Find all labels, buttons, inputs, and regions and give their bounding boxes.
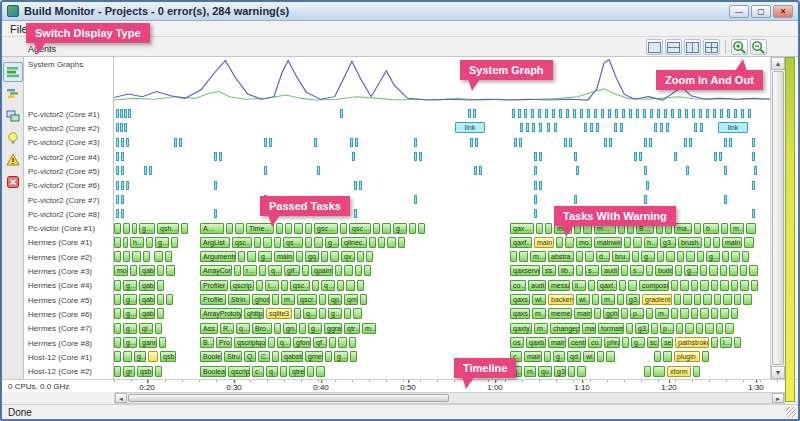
passed-task-bar[interactable]	[751, 280, 758, 291]
task-tick[interactable]	[559, 109, 562, 118]
passed-task-bar[interactable]	[305, 237, 312, 248]
passed-task-bar[interactable]	[157, 308, 164, 319]
passed-task-bar[interactable]: qscriptqo…	[234, 337, 266, 348]
task-tick[interactable]	[126, 138, 129, 147]
passed-task-bar[interactable]: g…	[328, 308, 342, 319]
link-task-bar[interactable]: link	[718, 122, 748, 133]
passed-task-bar[interactable]: Arguments	[200, 251, 236, 262]
task-tick[interactable]	[116, 152, 119, 161]
task-tick[interactable]	[580, 109, 583, 118]
task-tick[interactable]	[654, 123, 657, 132]
passed-task-bar[interactable]: wi…	[583, 351, 595, 362]
passed-task-bar[interactable]: gif…	[284, 265, 300, 276]
passed-task-bar[interactable]	[617, 294, 624, 305]
passed-task-bar[interactable]	[657, 251, 664, 262]
passed-task-bar[interactable]	[675, 265, 682, 276]
task-tick[interactable]	[609, 138, 612, 147]
task-tick[interactable]	[734, 109, 737, 118]
passed-task-bar[interactable]	[734, 294, 741, 305]
passed-task-bar[interactable]	[114, 251, 121, 262]
passed-task-bar[interactable]: qaxs…	[510, 294, 530, 305]
passed-task-bar[interactable]	[731, 280, 738, 291]
passed-task-bar[interactable]	[335, 265, 342, 276]
passed-task-bar[interactable]: gfont…	[293, 337, 311, 348]
task-tick[interactable]	[620, 123, 623, 132]
passed-task-bar[interactable]	[272, 294, 279, 305]
task-tick[interactable]	[719, 152, 722, 161]
task-tick[interactable]	[552, 109, 555, 118]
task-tick[interactable]	[566, 109, 569, 118]
passed-task-bar[interactable]: changepr…	[550, 323, 580, 334]
gantt-view-icon[interactable]	[3, 84, 23, 104]
passed-task-bar[interactable]: qv…	[341, 251, 355, 262]
passed-task-bar[interactable]	[720, 308, 729, 319]
passed-task-bar[interactable]: qscr…	[297, 294, 317, 305]
passed-task-bar[interactable]: g…	[123, 337, 137, 348]
passed-task-bar[interactable]	[114, 280, 121, 291]
task-tick[interactable]	[539, 152, 542, 161]
passed-task-bar[interactable]	[123, 351, 132, 362]
task-tick[interactable]	[554, 123, 557, 132]
task-tick[interactable]	[752, 209, 755, 218]
passed-task-bar[interactable]	[387, 237, 396, 248]
passed-task-bar[interactable]: m…	[655, 308, 669, 319]
task-tick[interactable]	[350, 138, 353, 147]
task-tick[interactable]	[149, 166, 152, 175]
task-tick[interactable]	[660, 123, 663, 132]
task-tick[interactable]	[622, 109, 625, 118]
task-tick[interactable]	[317, 166, 320, 175]
task-tick[interactable]	[531, 109, 534, 118]
passed-task-bar[interactable]	[114, 337, 121, 348]
passed-task-bar[interactable]	[622, 337, 629, 348]
task-tick[interactable]	[686, 166, 689, 175]
passed-task-bar[interactable]	[676, 323, 683, 334]
passed-task-bar[interactable]	[366, 251, 373, 262]
passed-task-bar[interactable]: l…	[720, 337, 732, 348]
task-tick[interactable]	[752, 138, 755, 147]
passed-task-bar[interactable]: q…	[236, 323, 250, 334]
passed-task-bar[interactable]	[626, 323, 633, 334]
single-pane-layout-icon[interactable]	[646, 39, 663, 55]
passed-task-bar[interactable]: qsb…	[137, 366, 153, 377]
passed-task-bar[interactable]: C…	[258, 351, 270, 362]
passed-task-bar[interactable]	[576, 251, 583, 262]
passed-task-bar[interactable]	[700, 308, 709, 319]
passed-task-bar[interactable]	[114, 308, 121, 319]
passed-task-bar[interactable]	[337, 280, 344, 291]
task-tick[interactable]	[729, 138, 732, 147]
task-tick[interactable]	[518, 109, 521, 118]
passed-task-bar[interactable]: g…	[334, 351, 348, 362]
passed-task-bar[interactable]	[319, 294, 326, 305]
passed-task-bar[interactable]	[114, 366, 121, 377]
scroll-down-icon[interactable]: ▼	[771, 366, 785, 379]
task-tick[interactable]	[644, 166, 647, 175]
task-tick[interactable]	[524, 109, 527, 118]
passed-task-bar[interactable]: p…	[660, 323, 674, 334]
passed-task-bar[interactable]	[357, 280, 364, 291]
passed-task-bar[interactable]	[235, 223, 244, 234]
passed-task-bar[interactable]	[325, 351, 332, 362]
task-tick[interactable]	[604, 138, 607, 147]
passed-task-bar[interactable]: q…	[321, 280, 335, 291]
passed-task-bar[interactable]	[314, 237, 323, 248]
passed-task-bar[interactable]	[114, 237, 121, 248]
passed-task-bar[interactable]	[545, 223, 552, 234]
minimize-button[interactable]: —	[729, 5, 749, 18]
passed-task-bar[interactable]: Ass…	[200, 323, 218, 334]
passed-task-bar[interactable]	[585, 251, 594, 262]
passed-task-bar[interactable]	[721, 223, 728, 234]
passed-task-bar[interactable]	[344, 308, 351, 319]
task-tick[interactable]	[352, 152, 355, 161]
task-tick[interactable]	[414, 152, 417, 161]
task-tick[interactable]	[614, 123, 617, 132]
passed-task-bar[interactable]: Boolean…	[200, 366, 226, 377]
passed-task-bar[interactable]	[740, 265, 747, 276]
passed-task-bar[interactable]	[544, 351, 551, 362]
passed-task-bar[interactable]: g…	[139, 223, 155, 234]
passed-task-bar[interactable]	[577, 366, 586, 377]
passed-task-bar[interactable]	[677, 251, 684, 262]
passed-task-bar[interactable]: se…	[661, 337, 673, 348]
passed-task-bar[interactable]	[166, 294, 173, 305]
task-tick[interactable]	[116, 181, 119, 190]
task-tick[interactable]	[121, 195, 124, 204]
